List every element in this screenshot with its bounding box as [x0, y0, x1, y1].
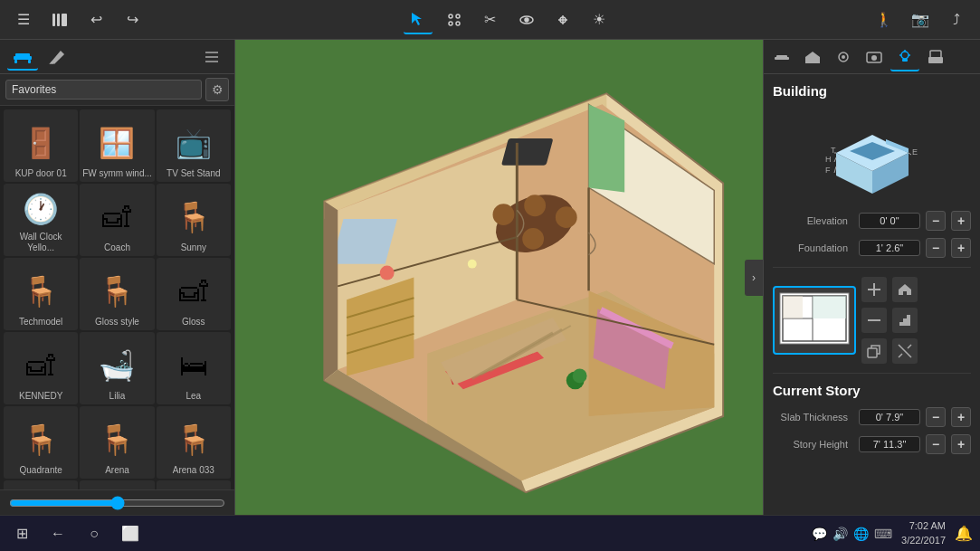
item-item-16[interactable]: 🪑: [4, 480, 78, 489]
floor-home-icon[interactable]: [892, 277, 918, 302]
notification-icon[interactable]: 🔔: [955, 525, 973, 542]
gear-icon[interactable]: ⚙: [205, 78, 229, 101]
floor-stairs-icon[interactable]: [892, 308, 918, 333]
floor-copy-icon[interactable]: [861, 338, 887, 364]
keyboard-icon[interactable]: ⌨: [874, 527, 892, 541]
foundation-plus-btn[interactable]: +: [951, 238, 971, 258]
item-fw-symm-wind[interactable]: 🪟FW symm wind...: [80, 109, 154, 182]
objects-tool[interactable]: [440, 5, 469, 34]
tab-list[interactable]: [196, 43, 227, 71]
slab-thickness-input[interactable]: [859, 409, 920, 425]
foundation-minus-btn[interactable]: −: [926, 238, 946, 258]
item-coach[interactable]: 🛋Coach: [80, 184, 154, 256]
rtab-furniture[interactable]: [767, 43, 796, 71]
volume-icon[interactable]: 🔊: [833, 527, 848, 541]
person-icon[interactable]: 🚶: [870, 5, 899, 34]
item-arena[interactable]: 🪑Arena: [80, 406, 154, 479]
library-icon[interactable]: [45, 5, 74, 34]
rtab-photo[interactable]: [860, 43, 889, 71]
item-icon-kennedy: 🛋: [14, 342, 68, 389]
elevation-minus-btn[interactable]: −: [926, 211, 946, 231]
slab-thickness-row: Slab Thickness − +: [773, 407, 971, 427]
item-item-18[interactable]: 🎨: [157, 480, 231, 489]
fp-icon-row-1: [861, 277, 918, 302]
floor-remove-icon[interactable]: [861, 308, 887, 333]
select-tool[interactable]: [404, 5, 433, 34]
item-label-arena: Arena: [105, 465, 129, 476]
items-grid: 🚪KUP door 01🪟FW symm wind...📺TV Set Stan…: [0, 106, 234, 489]
item-lea[interactable]: 🛏Lea: [157, 332, 231, 404]
undo-icon[interactable]: ↩: [81, 5, 110, 34]
rtab-build[interactable]: [921, 43, 950, 71]
story-height-minus-btn[interactable]: −: [926, 434, 946, 454]
snap-tool[interactable]: [548, 5, 577, 34]
item-gloss[interactable]: 🛋Gloss: [157, 258, 231, 330]
favorites-dropdown[interactable]: Favorites: [5, 80, 202, 100]
svg-marker-49: [324, 201, 338, 380]
foundation-label: Foundation: [773, 242, 853, 253]
item-techmodel[interactable]: 🪑Techmodel: [4, 258, 78, 330]
svg-line-80: [834, 157, 836, 162]
item-kennedy[interactable]: 🛋KENNEDY: [4, 332, 78, 404]
item-kup-door[interactable]: 🚪KUP door 01: [4, 109, 78, 182]
rtab-light[interactable]: [890, 43, 919, 71]
item-lilia[interactable]: 🛁Lilia: [80, 332, 154, 404]
svg-rect-2: [62, 14, 67, 26]
camera-icon[interactable]: 📷: [906, 5, 935, 34]
item-quadrante[interactable]: 🪑Quadrante: [4, 406, 78, 479]
slab-plus-btn[interactable]: +: [951, 407, 971, 427]
canvas-area[interactable]: ›: [235, 40, 763, 515]
svg-marker-91: [899, 284, 911, 295]
sun-tool[interactable]: ☀: [585, 5, 614, 34]
menu-icon[interactable]: ☰: [9, 5, 38, 34]
cut-tool[interactable]: ✂: [476, 5, 505, 34]
svg-rect-67: [902, 59, 908, 62]
story-height-row: Story Height − +: [773, 434, 971, 454]
redo-icon[interactable]: ↪: [118, 5, 147, 34]
svg-point-4: [449, 14, 452, 18]
network-icon[interactable]: 🌐: [853, 527, 869, 541]
slab-minus-btn[interactable]: −: [926, 407, 946, 427]
zoom-slider-row: [0, 489, 234, 515]
item-icon-fw-symm-wind: 🪟: [90, 119, 144, 166]
tab-furniture[interactable]: [7, 43, 38, 71]
floor-resize-icon[interactable]: [892, 338, 918, 364]
floor-plan-thumbnail[interactable]: [773, 286, 856, 355]
item-gloss-style[interactable]: 🪑Gloss style: [80, 258, 154, 330]
item-item-17[interactable]: 📦: [80, 480, 154, 489]
back-button[interactable]: ←: [43, 519, 72, 548]
story-height-plus-btn[interactable]: +: [951, 434, 971, 454]
svg-point-29: [524, 195, 546, 216]
item-sunny[interactable]: 🪑Sunny: [157, 184, 231, 256]
svg-rect-87: [783, 296, 803, 318]
item-wall-clock[interactable]: 🕐Wall Clock Yello...: [4, 184, 78, 256]
svg-rect-93: [868, 348, 877, 357]
home-button[interactable]: ○: [80, 519, 109, 548]
rtab-structure[interactable]: [798, 43, 827, 71]
view-tool[interactable]: [512, 5, 541, 34]
foundation-input[interactable]: [859, 240, 920, 256]
windows-button[interactable]: ⬜: [116, 519, 145, 548]
item-tv-set-stand[interactable]: 📺TV Set Stand: [157, 109, 231, 182]
floor-add-icon[interactable]: [861, 277, 887, 302]
svg-point-9: [525, 18, 528, 22]
item-label-sunny: Sunny: [181, 242, 206, 253]
item-label-gloss-style: Gloss style: [95, 317, 139, 328]
right-panel: Building T H F: [763, 40, 980, 515]
rtab-decor[interactable]: [829, 43, 858, 71]
elevation-input[interactable]: [859, 213, 920, 229]
item-arena-033[interactable]: 🪑Arena 033: [157, 406, 231, 479]
svg-text:E: E: [912, 147, 918, 157]
elevation-plus-btn[interactable]: +: [951, 211, 971, 231]
tab-draw[interactable]: [42, 43, 72, 71]
elevation-label: Elevation: [773, 215, 853, 226]
chat-icon[interactable]: 💬: [812, 527, 827, 541]
svg-rect-56: [776, 55, 787, 58]
zoom-slider[interactable]: [9, 496, 225, 510]
start-button[interactable]: ⊞: [7, 519, 36, 548]
floor-plan-preview: [773, 277, 971, 364]
story-height-input[interactable]: [859, 436, 920, 452]
canvas-expand-arrow[interactable]: ›: [745, 260, 763, 296]
export-icon[interactable]: ⤴: [942, 5, 971, 34]
item-label-kup-door: KUP door 01: [15, 168, 67, 179]
